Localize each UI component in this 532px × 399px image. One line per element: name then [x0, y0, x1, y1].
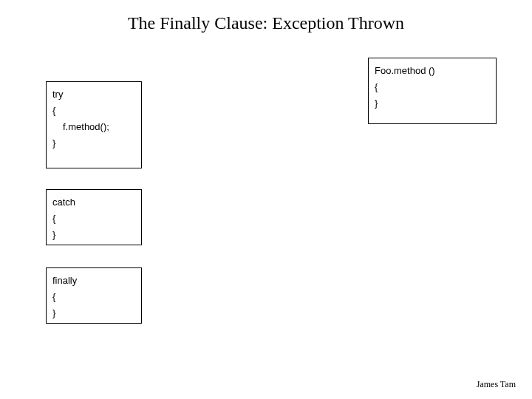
catch-block: catch { } — [46, 189, 142, 245]
code-line: { — [52, 211, 135, 227]
code-line: } — [52, 135, 135, 151]
code-line: catch — [52, 194, 135, 211]
code-line: finally — [52, 273, 135, 289]
footer-author: James Tam — [477, 379, 516, 390]
code-line: Foo.method () — [375, 63, 490, 79]
code-line: { — [52, 103, 135, 119]
code-line: try — [52, 86, 135, 103]
code-line: } — [52, 227, 135, 243]
foo-method-block: Foo.method () { } — [368, 58, 497, 124]
code-line: f.method(); — [52, 119, 135, 135]
code-line: } — [375, 95, 490, 112]
try-block: try { f.method(); } — [46, 81, 142, 168]
code-line: { — [52, 289, 135, 305]
code-line: { — [375, 79, 490, 95]
slide-title: The Finally Clause: Exception Thrown — [0, 0, 532, 33]
finally-block: finally { } — [46, 267, 142, 324]
code-line: } — [52, 305, 135, 321]
